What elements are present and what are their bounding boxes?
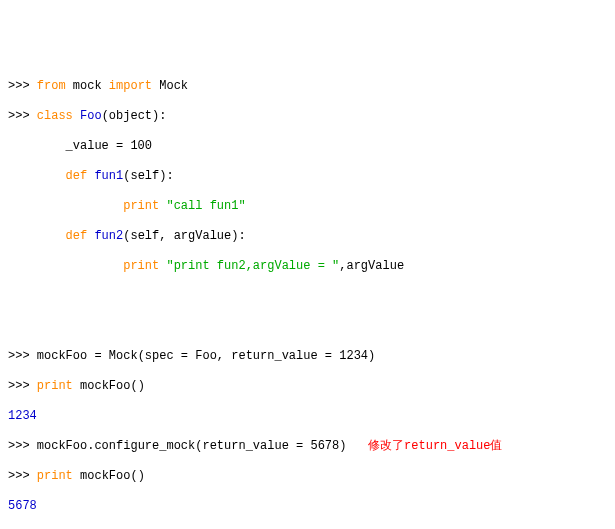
- comment-annotation: 修改了return_value值: [368, 439, 502, 453]
- code-line: >>> mockFoo.configure_mock(return_value …: [8, 439, 607, 454]
- code-line: def fun2(self, argValue):: [8, 229, 607, 244]
- python-shell-output[interactable]: >>> from mock import Mock >>> class Foo(…: [8, 64, 607, 529]
- code-line: def fun1(self):: [8, 169, 607, 184]
- code-line: >>> print mockFoo(): [8, 469, 607, 484]
- code-line: _value = 100: [8, 139, 607, 154]
- code-line: [8, 319, 607, 334]
- output-line: 5678: [8, 499, 607, 514]
- code-line: print "print fun2,argValue = ",argValue: [8, 259, 607, 274]
- code-line: print "call fun1": [8, 199, 607, 214]
- code-line: >>> from mock import Mock: [8, 79, 607, 94]
- code-line: >>> print mockFoo(): [8, 379, 607, 394]
- code-line: >>> class Foo(object):: [8, 109, 607, 124]
- code-line: [8, 289, 607, 304]
- output-line: 1234: [8, 409, 607, 424]
- code-line: >>> mockFoo = Mock(spec = Foo, return_va…: [8, 349, 607, 364]
